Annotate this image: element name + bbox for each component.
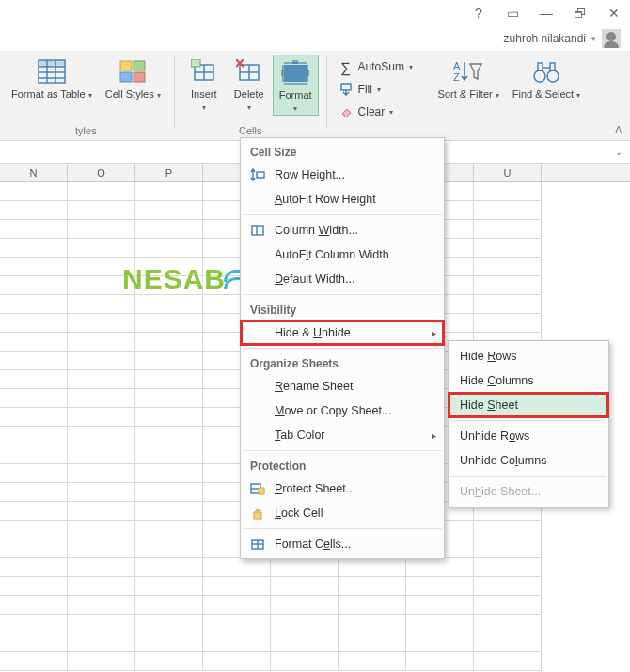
grid-cell[interactable] [203, 558, 271, 577]
grid-cell[interactable] [474, 633, 542, 652]
grid-cell[interactable] [271, 633, 339, 652]
grid-cell[interactable] [135, 521, 203, 539]
grid-cell[interactable] [474, 558, 542, 577]
grid-cell[interactable] [203, 633, 271, 652]
grid-cell[interactable] [135, 558, 203, 577]
menu-format-cells[interactable]: Format Cells... [241, 532, 444, 556]
submenu-unhide-columns[interactable]: Unhide Columns [449, 448, 608, 473]
grid-cell[interactable] [68, 314, 135, 333]
clear-button[interactable]: Clear ▾ [335, 102, 425, 122]
grid-cell[interactable] [68, 352, 135, 370]
grid-cell[interactable] [135, 652, 203, 671]
grid-cell[interactable] [0, 502, 68, 521]
grid-cell[interactable] [68, 539, 135, 558]
grid-cell[interactable] [0, 483, 68, 502]
grid-cell[interactable] [0, 389, 68, 408]
grid-cell[interactable] [68, 276, 135, 295]
grid-cell[interactable] [474, 596, 542, 615]
grid-cell[interactable] [68, 201, 135, 220]
grid-cell[interactable] [0, 352, 68, 370]
submenu-hide-sheet[interactable]: Hide Sheet [449, 393, 608, 417]
grid-cell[interactable] [68, 445, 135, 464]
grid-cell[interactable] [0, 239, 68, 258]
grid-cell[interactable] [68, 502, 135, 521]
grid-cell[interactable] [203, 596, 271, 615]
grid-cell[interactable] [68, 258, 135, 276]
grid-cell[interactable] [0, 521, 68, 539]
grid-cell[interactable] [474, 295, 542, 314]
menu-protect-sheet[interactable]: Protect Sheet... [241, 477, 444, 501]
grid-cell[interactable] [68, 370, 135, 389]
autosum-button[interactable]: ∑ AutoSum ▾ [335, 56, 425, 77]
grid-cell[interactable] [0, 295, 68, 314]
grid-cell[interactable] [0, 464, 68, 483]
grid-cell[interactable] [0, 427, 68, 445]
grid-cell[interactable] [339, 558, 406, 577]
grid-cell[interactable] [406, 615, 474, 633]
grid-cell[interactable] [135, 239, 203, 258]
user-name[interactable]: zuhroh nilakandi [504, 32, 586, 45]
grid-cell[interactable] [135, 427, 203, 445]
grid-cell[interactable] [135, 276, 203, 295]
grid-cell[interactable] [68, 596, 135, 615]
grid-cell[interactable] [406, 577, 474, 596]
format-as-table-button[interactable]: Format as Table ▾ [6, 55, 98, 102]
menu-autofit-column-width[interactable]: AutoFit Column Width [241, 242, 444, 267]
grid-cell[interactable] [474, 182, 542, 201]
grid-cell[interactable] [135, 370, 203, 389]
grid-cell[interactable] [135, 220, 203, 239]
sort-filter-button[interactable]: AZ Sort & Filter ▾ [433, 55, 505, 102]
grid-cell[interactable] [0, 558, 68, 577]
grid-cell[interactable] [0, 370, 68, 389]
column-header[interactable]: P [135, 164, 203, 181]
grid-cell[interactable] [68, 295, 135, 314]
grid-cell[interactable] [135, 408, 203, 427]
grid-cell[interactable] [474, 239, 542, 258]
grid-cell[interactable] [135, 333, 203, 352]
grid-cell[interactable] [0, 314, 68, 333]
fill-button[interactable]: Fill ▾ [335, 79, 425, 100]
grid-cell[interactable] [474, 539, 542, 558]
expand-formula-bar[interactable]: ⌄ [615, 147, 622, 157]
grid-cell[interactable] [135, 314, 203, 333]
column-header[interactable]: U [474, 164, 542, 181]
grid-cell[interactable] [135, 633, 203, 652]
grid-cell[interactable] [0, 201, 68, 220]
grid-cell[interactable] [135, 615, 203, 633]
grid-cell[interactable] [68, 633, 135, 652]
ribbon-display-options[interactable]: ▭ [504, 6, 521, 21]
menu-autofit-row-height[interactable]: AutoFit Row Height [241, 187, 444, 211]
grid-cell[interactable] [135, 258, 203, 276]
grid-cell[interactable] [135, 464, 203, 483]
grid-cell[interactable] [474, 276, 542, 295]
submenu-unhide-sheet[interactable]: Unhide Sheet... [449, 479, 608, 504]
cell-styles-button[interactable]: Cell Styles ▾ [100, 55, 166, 102]
grid-cell[interactable] [0, 258, 68, 276]
menu-lock-cell[interactable]: Lock Cell [241, 501, 444, 525]
grid-cell[interactable] [68, 333, 135, 352]
grid-cell[interactable] [68, 239, 135, 258]
grid-cell[interactable] [68, 521, 135, 539]
submenu-unhide-rows[interactable]: Unhide Rows [449, 424, 608, 448]
grid-cell[interactable] [135, 483, 203, 502]
grid-cell[interactable] [0, 615, 68, 633]
grid-cell[interactable] [135, 539, 203, 558]
grid-cell[interactable] [203, 615, 271, 633]
format-button[interactable]: Format▾ [273, 55, 319, 116]
submenu-hide-columns[interactable]: Hide Columns [449, 368, 608, 393]
grid-cell[interactable] [135, 295, 203, 314]
avatar[interactable] [602, 29, 621, 48]
find-select-button[interactable]: Find & Select ▾ [507, 55, 586, 102]
grid-cell[interactable] [474, 652, 542, 671]
grid-cell[interactable] [68, 558, 135, 577]
grid-cell[interactable] [474, 615, 542, 633]
grid-cell[interactable] [135, 182, 203, 201]
grid-cell[interactable] [0, 182, 68, 201]
grid-cell[interactable] [68, 220, 135, 239]
minimize-button[interactable]: — [538, 6, 555, 21]
grid-cell[interactable] [0, 333, 68, 352]
grid-cell[interactable] [339, 596, 406, 615]
column-header[interactable]: N [0, 164, 68, 181]
grid-cell[interactable] [271, 652, 339, 671]
grid-cell[interactable] [0, 577, 68, 596]
